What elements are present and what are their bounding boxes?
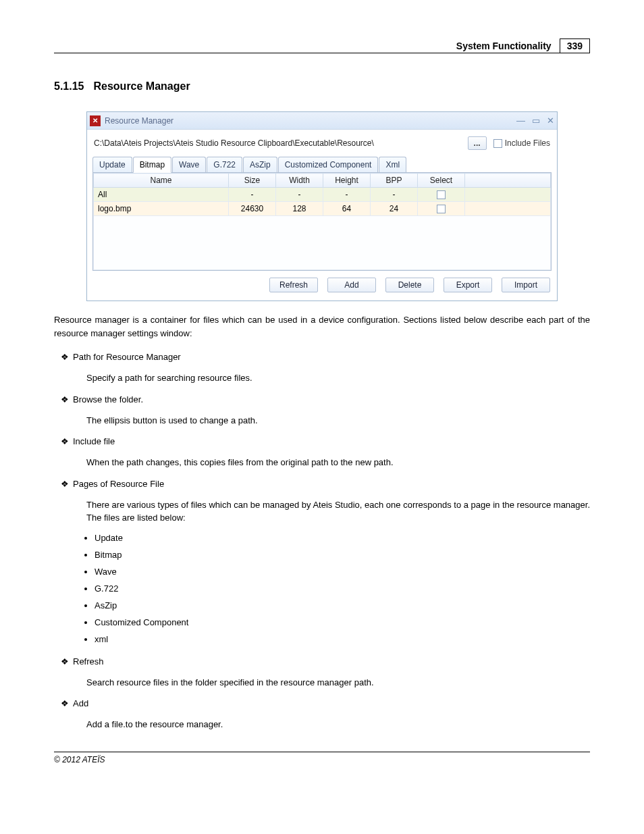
list-item: AsZip: [95, 600, 590, 610]
cell: 24: [371, 202, 418, 216]
bullet-description: There are various types of files which c…: [86, 498, 590, 525]
bullet-item: ❖Refresh: [61, 656, 590, 667]
resource-manager-window: ✕ Resource Manager — ▭ ✕ C:\Data\Ateis P…: [86, 111, 558, 301]
table-row[interactable]: logo.bmp246301286424: [94, 202, 551, 216]
cell: logo.bmp: [94, 202, 229, 216]
window-title: Resource Manager: [105, 116, 516, 126]
section-heading: 5.1.15Resource Manager: [54, 80, 590, 93]
include-files-label: Include Files: [505, 138, 550, 148]
column-bpp[interactable]: BPP: [371, 174, 418, 188]
table-row[interactable]: All----: [94, 188, 551, 202]
browse-button[interactable]: ...: [468, 136, 487, 150]
column-select[interactable]: Select: [418, 174, 465, 188]
tabs: UpdateBitmapWaveG.722AsZipCustomized Com…: [87, 157, 557, 172]
bullet-description: When the path changes, this copies files…: [86, 456, 590, 469]
diamond-icon: ❖: [61, 436, 73, 446]
tab-g-722[interactable]: G.722: [207, 157, 242, 172]
list-item: Wave: [95, 567, 590, 577]
list-item: xml: [95, 634, 590, 644]
tab-customized-component[interactable]: Customized Component: [278, 157, 379, 172]
diamond-icon: ❖: [61, 479, 73, 489]
cell: -: [276, 188, 323, 202]
diamond-icon: ❖: [61, 352, 73, 362]
bullet-item: ❖Pages of Resource File: [61, 479, 590, 489]
include-files-checkbox[interactable]: [493, 139, 502, 148]
list-item: Customized Component: [95, 617, 590, 627]
path-text: C:\Data\Ateis Projects\Ateis Studio Reso…: [94, 138, 461, 148]
tab-wave[interactable]: Wave: [172, 157, 206, 172]
column-width[interactable]: Width: [276, 174, 323, 188]
diamond-icon: ❖: [61, 394, 73, 405]
tab-update[interactable]: Update: [92, 157, 132, 172]
select-checkbox[interactable]: [437, 205, 446, 213]
titlebar: ✕ Resource Manager — ▭ ✕: [87, 112, 557, 130]
section-number: 5.1.15: [54, 80, 84, 92]
bullet-title: Add: [73, 698, 590, 708]
bullet-title: Path for Resource Manager: [73, 352, 590, 362]
intro-text: Resource manager is a container for file…: [54, 313, 590, 340]
action-buttons: RefreshAddDeleteExportImport: [87, 271, 557, 301]
bullet-description: The ellipsis button is used to change a …: [86, 414, 590, 427]
cell: All: [94, 188, 229, 202]
bullet-description: Specify a path for searching resource fi…: [86, 371, 590, 385]
bullet-description: Add a file.to the resource manager.: [86, 718, 590, 731]
bullet-item: ❖Include file: [61, 436, 590, 446]
bullet-title: Pages of Resource File: [73, 479, 590, 489]
column-size[interactable]: Size: [229, 174, 276, 188]
cell: -: [371, 188, 418, 202]
bullet-item: ❖Path for Resource Manager: [61, 352, 590, 362]
minimize-icon[interactable]: —: [516, 115, 525, 126]
import-button[interactable]: Import: [502, 278, 550, 292]
cell: 128: [276, 202, 323, 216]
column-name[interactable]: Name: [94, 174, 229, 188]
bullet-item: ❖Browse the folder.: [61, 394, 590, 405]
cell: 64: [323, 202, 371, 216]
close-icon[interactable]: ✕: [547, 115, 554, 126]
section-title: Resource Manager: [93, 80, 190, 92]
delete-button[interactable]: Delete: [385, 278, 434, 292]
bullet-description: Search resource files in the folder spec…: [86, 676, 590, 689]
tab-aszip[interactable]: AsZip: [243, 157, 277, 172]
column-height[interactable]: Height: [323, 174, 371, 188]
app-icon: ✕: [90, 115, 101, 126]
tab-bitmap[interactable]: Bitmap: [133, 157, 171, 173]
add-button[interactable]: Add: [327, 278, 376, 292]
list-item: Update: [95, 533, 590, 543]
tab-xml[interactable]: Xml: [379, 157, 406, 172]
list-item: G.722: [95, 583, 590, 594]
list-item: Bitmap: [95, 550, 590, 560]
diamond-icon: ❖: [61, 656, 73, 667]
grid-empty-area: [93, 216, 551, 270]
cell-spacer: [465, 202, 551, 216]
column-spacer: [465, 174, 551, 188]
cell-spacer: [465, 188, 551, 202]
cell: -: [229, 188, 276, 202]
footer: © 2012 ATEÏS: [54, 752, 590, 764]
export-button[interactable]: Export: [444, 278, 492, 292]
tab-panel: NameSizeWidthHeightBPPSelect All----logo…: [92, 172, 552, 271]
bullet-item: ❖Add: [61, 698, 590, 708]
select-checkbox[interactable]: [437, 190, 446, 199]
page-header: System Functionality 339: [54, 41, 590, 53]
pages-list: UpdateBitmapWaveG.722AsZipCustomized Com…: [95, 533, 590, 644]
bullet-title: Refresh: [73, 656, 590, 667]
header-title: System Functionality: [456, 41, 552, 51]
page-number: 339: [560, 38, 590, 53]
bullet-title: Browse the folder.: [73, 394, 590, 405]
refresh-button[interactable]: Refresh: [269, 278, 318, 292]
cell: 24630: [229, 202, 276, 216]
cell: -: [323, 188, 371, 202]
diamond-icon: ❖: [61, 698, 73, 708]
bullet-title: Include file: [73, 436, 590, 446]
maximize-icon[interactable]: ▭: [532, 115, 540, 126]
resource-grid: NameSizeWidthHeightBPPSelect All----logo…: [93, 173, 551, 216]
